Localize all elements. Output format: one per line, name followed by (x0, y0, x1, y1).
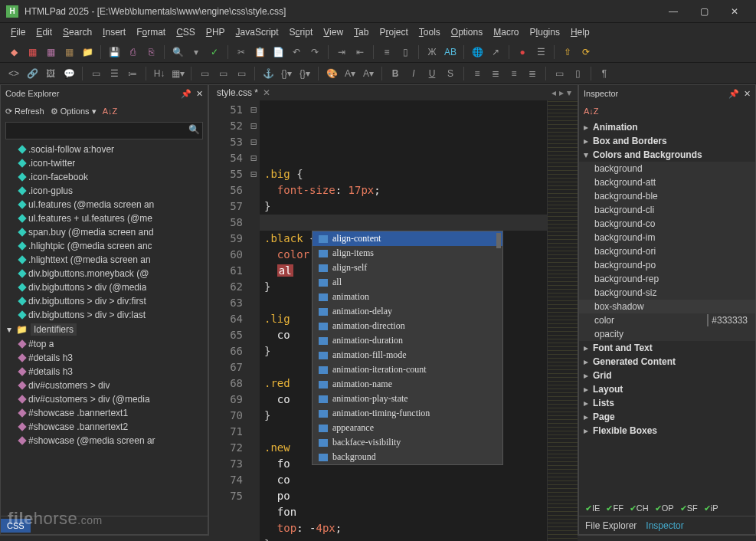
search-input[interactable] (5, 122, 203, 139)
script-icon[interactable]: {}▾ (279, 66, 294, 81)
copy-icon[interactable]: 📋 (252, 44, 267, 60)
comment-icon[interactable]: 💬 (61, 66, 77, 81)
menu-tab[interactable]: Tab (349, 25, 373, 39)
refresh-button[interactable]: ⟳ Refresh (5, 107, 44, 116)
autocomplete-item[interactable]: all (313, 275, 502, 290)
menu-macro[interactable]: Macro (489, 25, 523, 39)
panel-close-icon[interactable]: ✕ (196, 89, 203, 99)
tree-item[interactable]: #showcase (@media screen ar (4, 434, 205, 448)
autocomplete-item[interactable]: animation-delay (313, 304, 502, 319)
menu-format[interactable]: Format (132, 25, 170, 39)
tree-item[interactable]: .icon-twitter (4, 156, 205, 170)
inspector-sort-button[interactable]: A↓Z (584, 107, 599, 116)
tree-item[interactable]: .social-follow a:hover (4, 143, 205, 156)
sort-button[interactable]: A↓Z (103, 107, 118, 116)
align-center-icon[interactable]: ≣ (488, 66, 503, 81)
anchor-icon[interactable]: ⚓ (260, 66, 276, 81)
pin-icon[interactable]: 📌 (728, 89, 739, 99)
save-icon[interactable]: 💾 (106, 44, 122, 60)
tab-file-explorer[interactable]: File Explorer (585, 520, 637, 531)
div-icon[interactable]: ▭ (197, 66, 212, 81)
inspector-group[interactable]: ▸Font and Text (579, 341, 755, 355)
minimap[interactable] (547, 100, 578, 541)
autocomplete-item[interactable]: background (313, 450, 502, 464)
save-all-icon[interactable]: ⎙ (125, 44, 140, 60)
inspector-group[interactable]: ▸Flexible Boxes (579, 424, 755, 438)
autocomplete-item[interactable]: appearance (313, 421, 502, 435)
pin-icon[interactable]: 📌 (181, 89, 191, 99)
scrollbar-thumb[interactable] (496, 233, 501, 248)
menu-css[interactable]: CSS (172, 25, 200, 39)
inspector-property[interactable]: background-cli (579, 203, 755, 217)
tree-item[interactable]: ul.features (@media screen an (4, 198, 205, 211)
inspector-property[interactable]: box-shadow (579, 300, 755, 313)
inspector-tree[interactable]: ▸Animation▸Box and Borders▾Colors and Ba… (579, 120, 755, 500)
link-icon[interactable]: 🔗 (25, 66, 40, 81)
new-html-icon[interactable]: ▦ (25, 44, 40, 60)
wrap-icon[interactable]: ¶ (597, 66, 612, 81)
list-icon[interactable]: ☰ (106, 66, 122, 81)
strike-icon[interactable]: S (443, 66, 458, 81)
inspector-property[interactable]: background-siz (579, 286, 755, 300)
tree-item[interactable]: .hlighttext (@media screen an (4, 253, 205, 267)
inspector-property[interactable]: color#333333 (579, 313, 755, 327)
options-button[interactable]: ⚙ Options ▾ (51, 107, 97, 116)
ftp-icon[interactable]: ☰ (533, 44, 548, 60)
menu-search[interactable]: Search (58, 25, 97, 39)
tree-item[interactable]: .icon-facebook (4, 170, 205, 184)
autocomplete-item[interactable]: animation-timing-function (313, 406, 502, 421)
new-file-icon[interactable]: ◆ (6, 44, 21, 60)
new-js-icon[interactable]: ▦ (61, 44, 77, 60)
menu-plugins[interactable]: Plugins (525, 25, 565, 39)
identifiers-folder[interactable]: ▾📁Identifiers (4, 322, 205, 337)
tree-item[interactable]: #showcase .bannertext2 (4, 420, 205, 434)
tab-inspector[interactable]: Inspector (646, 520, 683, 531)
italic-icon[interactable]: I (406, 66, 421, 81)
align-right-icon[interactable]: ≡ (506, 66, 522, 81)
inspector-property[interactable]: background-rep (579, 272, 755, 286)
inspector-group[interactable]: ▾Colors and Backgrounds (579, 148, 755, 162)
tab-close-icon[interactable]: ✕ (263, 87, 270, 98)
tree-item[interactable]: span.buy (@media screen and (4, 225, 205, 239)
style-icon[interactable]: {}▾ (297, 66, 313, 81)
menu-insert[interactable]: Insert (98, 25, 130, 39)
inspector-group[interactable]: ▸Generated Content (579, 355, 755, 369)
table-icon[interactable]: ▦▾ (170, 66, 185, 81)
tree-item[interactable]: #details h3 (4, 351, 205, 365)
inspector-group[interactable]: ▸Layout (579, 382, 755, 396)
next-tab-icon[interactable]: ▸ (559, 87, 564, 98)
indent-icon[interactable]: ⇥ (334, 44, 349, 60)
autocomplete-item[interactable]: animation-name (313, 377, 502, 392)
autocomplete-item[interactable]: align-content (313, 231, 502, 246)
form-icon[interactable]: ▭ (88, 66, 103, 81)
inspector-property[interactable]: background-im (579, 231, 755, 244)
explorer-tree[interactable]: .social-follow a:hover.icon-twitter.icon… (1, 141, 208, 516)
autocomplete-item[interactable]: backface-visibility (313, 435, 502, 450)
autocomplete-item[interactable]: align-self (313, 261, 502, 275)
ol-icon[interactable]: ≔ (125, 66, 140, 81)
underline-icon[interactable]: U (424, 66, 440, 81)
spellcheck-icon[interactable]: ✓ (207, 44, 222, 60)
inspector-property[interactable]: background (579, 162, 755, 175)
align-left-icon[interactable]: ≡ (470, 66, 485, 81)
panel-close-icon[interactable]: ✕ (744, 89, 751, 99)
span-icon[interactable]: ▭ (215, 66, 231, 81)
tree-item[interactable]: div#customers > div (4, 379, 205, 392)
search-icon[interactable]: 🔍 (170, 44, 185, 60)
tree-item[interactable]: div.bigbuttons.moneyback (@ (4, 267, 205, 280)
tree-item[interactable]: #details h3 (4, 365, 205, 379)
autocomplete-item[interactable]: animation-play-state (313, 392, 502, 406)
menu-tools[interactable]: Tools (414, 25, 445, 39)
tree-item[interactable]: #showcase .bannertext1 (4, 406, 205, 420)
inspector-property[interactable]: background-ori (579, 244, 755, 258)
outdent2-icon[interactable]: ▭ (551, 66, 567, 81)
tree-item[interactable]: div.bigbuttons > div > div:last (4, 308, 205, 322)
sync-icon[interactable]: ⟳ (578, 44, 594, 60)
image-icon[interactable]: 🖼 (43, 66, 58, 81)
heading-icon[interactable]: H↓ (152, 66, 167, 81)
inspector-property[interactable]: opacity (579, 327, 755, 341)
tree-item[interactable]: div.bigbuttons > div > div:first (4, 294, 205, 308)
inspector-group[interactable]: ▸Page (579, 410, 755, 424)
menu-help[interactable]: Help (566, 25, 594, 39)
tree-item[interactable]: div#customers > div (@media (4, 392, 205, 406)
